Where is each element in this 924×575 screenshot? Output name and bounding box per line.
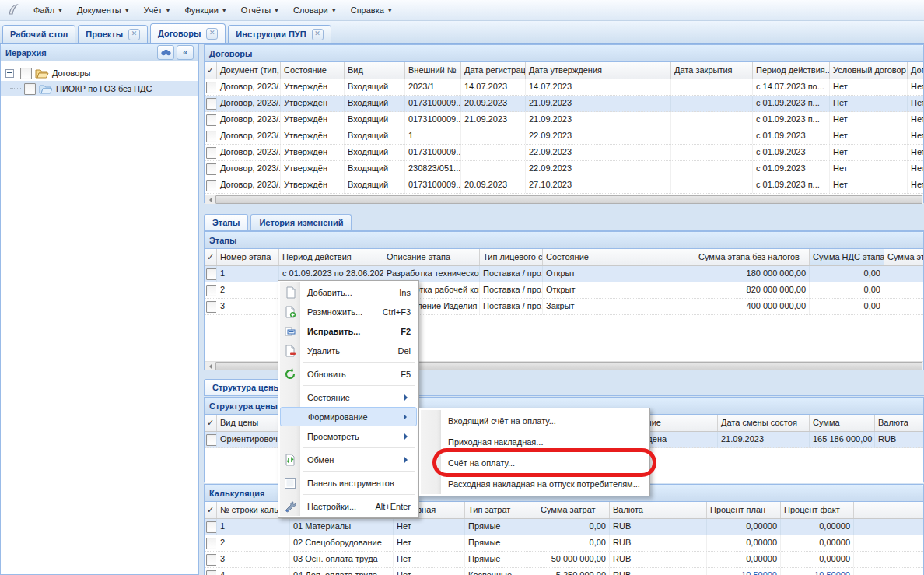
table-row-calc-3[interactable]: 404 Доп. оплата трудаНетКосвенные5 250 0…	[205, 568, 923, 575]
column-header-contracts-3[interactable]: Вид	[345, 62, 405, 79]
menubar-item-3[interactable]: Функции▼	[177, 2, 233, 18]
column-header-calc-6[interactable]: Валюта	[610, 502, 707, 518]
stages-tab-0[interactable]: Этапы	[204, 214, 248, 230]
column-header-price-5[interactable]: Сумма	[810, 415, 875, 431]
menu-item-9[interactable]: Просмотреть	[280, 426, 417, 446]
column-header-stages-1[interactable]: Номер этапа	[217, 249, 279, 265]
menu-item-15[interactable]: Настройки...Alt+Enter	[280, 496, 417, 516]
main-tab-1[interactable]: Проекты✕	[78, 25, 148, 43]
row-checkbox[interactable]	[206, 538, 217, 549]
tab-close-icon[interactable]: ✕	[128, 29, 140, 40]
tree-item-0[interactable]: Договоры	[1, 65, 198, 81]
hscrollbar[interactable]	[205, 195, 923, 204]
table-row-contracts-6[interactable]: Договор, 2023/...УтверждёнВходящий017310…	[205, 177, 923, 194]
row-checkbox[interactable]	[206, 434, 217, 446]
column-header-stages-5[interactable]: Состояние	[543, 249, 695, 265]
stages-tab-1[interactable]: История изменений	[250, 214, 352, 230]
row-checkbox[interactable]	[206, 114, 217, 126]
column-header-stages-2[interactable]: Период действия	[279, 249, 383, 265]
tree-checkbox[interactable]	[24, 83, 36, 95]
table-row-contracts-1[interactable]: Договор, 2023/...УтверждёнВходящий017310…	[205, 96, 923, 112]
column-header-contracts-1[interactable]: Документ (тип, №	[217, 62, 281, 79]
main-tab-0[interactable]: Рабочий стол	[2, 25, 75, 43]
table-row-contracts-4[interactable]: Договор, 2023/...УтверждёнВходящий017310…	[205, 145, 923, 161]
table-row-contracts-2[interactable]: Договор, 2023/...УтверждёнВходящий017310…	[205, 112, 923, 128]
column-header-contracts-5[interactable]: Дата регистрации.	[461, 62, 526, 79]
column-header-contracts-7[interactable]: Дата закрытия	[671, 62, 753, 79]
tree-checkbox[interactable]	[20, 68, 32, 79]
table-row-calc-2[interactable]: 303 Осн. оплата трудаНетПрямые50 000 000…	[205, 552, 923, 568]
row-checkbox[interactable]	[206, 285, 217, 296]
column-header-calc-5[interactable]: Сумма затрат	[537, 502, 610, 518]
menu-item-8[interactable]: Формирование	[280, 407, 417, 426]
menu-item-11[interactable]: Обмен	[280, 450, 417, 469]
column-header-calc-4[interactable]: Тип затрат	[465, 502, 537, 518]
column-header-stages-3[interactable]: Описание этапа	[383, 249, 480, 265]
menu-item-1[interactable]: Размножить...Ctrl+F3	[280, 302, 417, 321]
row-checkbox[interactable]	[206, 131, 217, 142]
submenu-item-1[interactable]: Приходная накладная...	[421, 431, 648, 452]
column-header-contracts-10[interactable]: Договор	[908, 62, 923, 79]
menubar-item-4[interactable]: Отчёты▼	[234, 2, 286, 18]
table-row-contracts-3[interactable]: Договор, 2023/...УтверждёнВходящий122.09…	[205, 128, 923, 145]
menu-item-7[interactable]: Состояние	[280, 387, 417, 407]
scroll-left-icon[interactable]	[205, 362, 215, 370]
tab-close-icon[interactable]: ✕	[312, 29, 324, 40]
tree-item-1[interactable]: НИОКР по ГОЗ без НДС	[1, 81, 198, 96]
column-header-stages-4[interactable]: Тип лицевого счёт	[480, 249, 543, 265]
column-header-stages-7[interactable]: Сумма НДС этапа	[810, 249, 884, 265]
search-button[interactable]	[157, 45, 174, 60]
column-header-contracts-8[interactable]: Период действия..	[753, 62, 830, 79]
column-header-stages-8[interactable]: Сумма эт	[884, 249, 923, 265]
submenu-item-0[interactable]: Входящий счёт на оплату...	[421, 410, 648, 431]
submenu-item-3[interactable]: Расходная накладная на отпуск потребител…	[421, 473, 648, 494]
row-checkbox[interactable]	[206, 554, 217, 566]
column-header-contracts-4[interactable]: Внешний №	[405, 62, 461, 79]
column-header-price-6[interactable]: Валюта	[875, 415, 923, 431]
tab-close-icon[interactable]: ✕	[206, 28, 218, 40]
column-header-stages-6[interactable]: Сумма этапа без налогов	[695, 249, 810, 265]
collapse-button[interactable]: «	[177, 45, 194, 60]
column-header-contracts-6[interactable]: Дата утверждения	[526, 62, 671, 79]
row-checkbox[interactable]	[206, 98, 217, 110]
menubar-item-5[interactable]: Словари▼	[286, 2, 344, 18]
row-checkbox[interactable]	[206, 147, 217, 159]
menu-item-13[interactable]: Панель инструментов	[280, 473, 417, 493]
scroll-left-icon[interactable]	[205, 195, 215, 204]
column-header-price-4[interactable]: Дата смены состоя	[718, 415, 810, 431]
menu-item-3[interactable]: УдалитьDel	[280, 341, 417, 360]
menu-item-5[interactable]: ОбновитьF5	[280, 364, 417, 384]
column-header-calc-8[interactable]: Процент факт	[781, 502, 854, 518]
menu-item-2[interactable]: Исправить...F2	[280, 321, 417, 341]
menubar-item-1[interactable]: Документы▼	[70, 2, 137, 18]
main-tab-2[interactable]: Договоры✕	[150, 23, 226, 43]
tree-expander-icon[interactable]	[5, 69, 14, 78]
row-checkbox[interactable]	[206, 268, 217, 280]
tab-price-structure[interactable]: Структура цены	[204, 379, 289, 395]
submenu-item-2[interactable]: Счёт на оплату...	[421, 452, 648, 473]
column-header-contracts-0[interactable]: ✓	[205, 62, 217, 79]
menubar-item-6[interactable]: Справка▼	[344, 2, 400, 18]
column-header-stages-0[interactable]: ✓	[205, 249, 217, 265]
row-checkbox[interactable]	[206, 521, 217, 533]
menubar-item-2[interactable]: Учёт▼	[137, 2, 178, 18]
column-header-price-0[interactable]: ✓	[205, 415, 217, 431]
table-row-calc-0[interactable]: 101 МатериалыНетПрямые0,00RUB0,000000,00…	[205, 519, 923, 535]
column-header-calc-7[interactable]: Процент план	[707, 502, 781, 518]
column-header-contracts-2[interactable]: Состояние	[281, 62, 345, 79]
main-tab-3[interactable]: Инструкции ПУП✕	[228, 25, 331, 43]
row-checkbox[interactable]	[206, 82, 217, 93]
table-row-contracts-5[interactable]: Договор, 2023/...УтверждёнВходящий230823…	[205, 161, 923, 177]
scroll-thumb[interactable]	[215, 195, 922, 204]
table-row-contracts-0[interactable]: Договор, 2023/...УтверждёнВходящий2023/1…	[205, 79, 923, 96]
column-header-calc-0[interactable]: ✓	[205, 502, 217, 518]
row-checkbox[interactable]	[206, 163, 217, 175]
row-checkbox[interactable]	[206, 301, 217, 313]
table-cell: Договор, 2023/...	[217, 112, 281, 128]
menu-item-0[interactable]: Добавить...Ins	[280, 282, 417, 302]
row-checkbox[interactable]	[206, 570, 217, 575]
row-checkbox[interactable]	[206, 180, 217, 191]
menubar-item-0[interactable]: Файл▼	[26, 2, 70, 18]
table-row-calc-1[interactable]: 202 СпецоборудованиеНетПрямые0,00RUB0,00…	[205, 535, 923, 552]
column-header-contracts-9[interactable]: Условный договор	[830, 62, 908, 79]
